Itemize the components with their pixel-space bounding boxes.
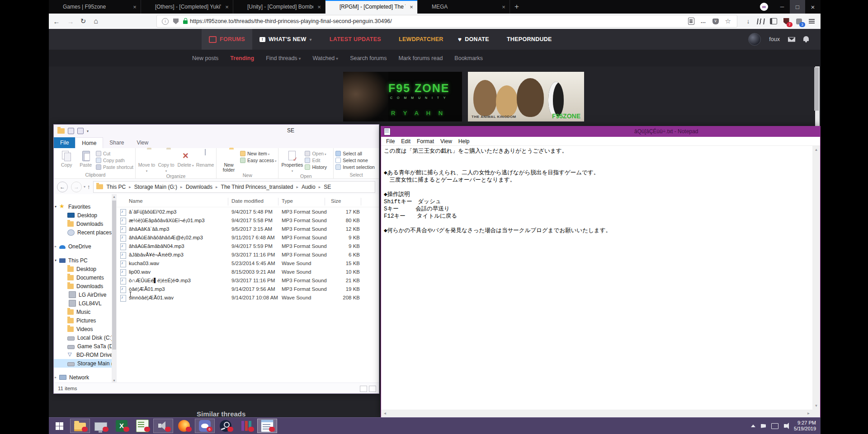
breadcrumb-item[interactable]: Storage Main (G:) bbox=[134, 184, 186, 190]
invert-selection-button[interactable]: Invert selection bbox=[335, 164, 375, 170]
subnav-link[interactable]: Trending bbox=[230, 55, 254, 61]
breadcrumb-item[interactable]: Downloads bbox=[186, 184, 221, 190]
avatar[interactable] bbox=[748, 33, 761, 46]
subnav-link[interactable]: Watched bbox=[312, 55, 338, 61]
hamburger-menu-icon[interactable] bbox=[805, 15, 818, 28]
menu-item[interactable]: View bbox=[437, 138, 455, 145]
reload-button[interactable] bbox=[77, 17, 90, 25]
forward-button[interactable] bbox=[64, 18, 77, 25]
username[interactable]: foux bbox=[769, 36, 780, 42]
banner-animal-kingdom[interactable]: THE ANIMAL KINGDOM F95ZONE bbox=[468, 72, 584, 121]
move-to-button[interactable]: Move to bbox=[137, 149, 156, 173]
ribbon-tab[interactable]: Home bbox=[75, 137, 103, 148]
forum-nav-item[interactable]: LATEST UPDATES bbox=[319, 29, 388, 50]
taskbar-app-button[interactable] bbox=[70, 419, 90, 433]
home-button[interactable] bbox=[90, 17, 102, 25]
notepad-text-area[interactable]: この度は「第三王女の戯れ」をご購入いただきありがとうございます。 ◆ある青年が館… bbox=[381, 146, 812, 410]
close-icon[interactable] bbox=[224, 4, 230, 10]
sidebar-tree-item[interactable]: Downloads bbox=[54, 282, 112, 290]
breadcrumb[interactable]: This PCStorage Main (G:)DownloadsThe Thi… bbox=[93, 181, 375, 193]
open-button[interactable]: Open bbox=[305, 151, 327, 156]
sidebar-tree-item[interactable]: This PC bbox=[54, 256, 112, 265]
column-header-name[interactable]: Name bbox=[129, 198, 143, 204]
sidebar-tree-item[interactable]: Music bbox=[54, 308, 112, 316]
sidebar-tree-item[interactable]: Favorites bbox=[54, 202, 112, 211]
easy-access-button[interactable]: Easy access bbox=[240, 158, 276, 163]
sidebar-tree-item[interactable]: LG AirDrive bbox=[54, 290, 112, 299]
url-bar[interactable]: https://f95zone.to/threads/the-third-pri… bbox=[156, 15, 737, 28]
taskbar-app-button[interactable] bbox=[153, 419, 173, 433]
subnav-link[interactable]: Find threads bbox=[266, 55, 301, 61]
copy-path-button[interactable]: Copy path bbox=[96, 158, 133, 163]
library-icon[interactable] bbox=[755, 15, 767, 28]
sidebar-tree-item[interactable]: Desktop bbox=[54, 265, 112, 273]
page-info-icon[interactable] bbox=[162, 18, 169, 25]
file-row[interactable]: âJâbâvÅ¥é¬ÅπéΘ.mp3 9/3/2017 11:16 PM MP3… bbox=[117, 251, 379, 260]
action-center-flag-icon[interactable] bbox=[761, 424, 766, 428]
messages-icon[interactable] bbox=[788, 37, 795, 42]
menu-item[interactable]: Help bbox=[455, 138, 473, 145]
subnav-link[interactable]: Bookmarks bbox=[454, 55, 483, 61]
details-view-icon[interactable] bbox=[360, 386, 367, 392]
file-row[interactable]: âhâAâKâ`ââ.mp3 9/5/2017 3:15 AM MP3 Form… bbox=[117, 225, 379, 234]
sidebar-scrollbar[interactable] bbox=[112, 194, 117, 383]
nav-back-button[interactable] bbox=[57, 182, 68, 192]
paste-button[interactable]: Paste bbox=[76, 149, 94, 168]
window-restore-button[interactable] bbox=[790, 0, 805, 14]
close-icon[interactable] bbox=[408, 4, 415, 10]
delete-button[interactable]: Delete bbox=[176, 149, 195, 168]
scrollbar-thumb[interactable] bbox=[112, 201, 116, 350]
column-header-date[interactable]: Date modified bbox=[231, 198, 264, 204]
close-icon[interactable] bbox=[316, 4, 322, 10]
new-item-button[interactable]: New item bbox=[240, 151, 276, 156]
sidebar-tree-item[interactable]: Storage Main (G: bbox=[54, 359, 112, 368]
menu-item[interactable]: Edit bbox=[398, 138, 414, 145]
start-button[interactable] bbox=[49, 418, 70, 434]
reader-mode-icon[interactable] bbox=[688, 18, 694, 25]
file-row[interactable]: âhâAûEâhâôâhâôÆ@é¡02.mp3 9/11/2017 6:48 … bbox=[117, 234, 379, 243]
notifications-bell-icon[interactable] bbox=[803, 36, 809, 42]
select-none-button[interactable]: Select none bbox=[335, 158, 375, 163]
file-row[interactable]: âhâAûEâmâbâN04.mp3 9/4/2017 5:59 PM MP3 … bbox=[117, 243, 379, 251]
sidebar-tree-item[interactable]: Pictures bbox=[54, 316, 112, 325]
sidebar-tree-item[interactable]: Videos bbox=[54, 325, 112, 333]
notepad-horizontal-scrollbar[interactable] bbox=[381, 410, 812, 417]
sidebar-tree-item[interactable] bbox=[54, 237, 112, 242]
taskbar-app-button[interactable] bbox=[91, 419, 111, 433]
edit-button[interactable]: Edit bbox=[305, 158, 327, 163]
url-text[interactable]: https://f95zone.to/threads/the-third-pri… bbox=[190, 18, 685, 24]
browser-tab[interactable]: [RPGM] - [Completed] The Thi bbox=[326, 0, 418, 14]
window-close-button[interactable] bbox=[805, 0, 821, 14]
forum-nav-item[interactable]: LEWDPATCHER bbox=[388, 29, 451, 50]
properties-button[interactable]: Properties bbox=[280, 149, 304, 173]
extension-icon[interactable]: 3 bbox=[793, 15, 805, 28]
quick-access-icon[interactable] bbox=[68, 128, 74, 134]
sidebar-tree-item[interactable]: BD-ROM Drive (F bbox=[54, 350, 112, 359]
subnav-link[interactable]: Mark forums read bbox=[398, 55, 443, 61]
browser-tab[interactable]: MEGA bbox=[418, 0, 510, 14]
select-all-button[interactable]: Select all bbox=[335, 151, 375, 156]
sidebar-tree-item[interactable]: LGL84VL bbox=[54, 299, 112, 308]
scroll-up-icon[interactable] bbox=[112, 194, 117, 200]
scroll-left-icon[interactable] bbox=[381, 410, 389, 417]
sidebar-toggle-icon[interactable] bbox=[767, 15, 780, 28]
menu-item[interactable]: File bbox=[383, 138, 398, 145]
notepad-vertical-scrollbar[interactable] bbox=[812, 146, 820, 410]
browser-tab[interactable]: Games | F95zone bbox=[49, 0, 141, 14]
file-row[interactable]: æ½ë¦ûEâpâôâvâXûEï¬é¡01.mp3 9/4/2017 5:58… bbox=[117, 217, 379, 225]
tracking-shield-icon[interactable] bbox=[173, 19, 179, 24]
taskbar-app-button[interactable] bbox=[236, 419, 256, 433]
file-row[interactable]: òâé¦ÆÃ01.mp3 9/14/2017 9:56 AM MP3 Forma… bbox=[117, 285, 379, 294]
close-icon[interactable] bbox=[132, 4, 138, 10]
page-actions-icon[interactable] bbox=[701, 18, 706, 25]
taskbar-app-button[interactable] bbox=[216, 419, 236, 433]
quick-access-icon[interactable] bbox=[77, 128, 84, 134]
ribbon-tab[interactable]: View bbox=[130, 137, 155, 148]
file-row[interactable]: â`âFü[âôûEï¹02.mp3 9/4/2017 5:48 PM MP3 … bbox=[117, 208, 379, 217]
bookmark-star-icon[interactable] bbox=[725, 17, 731, 25]
menu-item[interactable]: Format bbox=[414, 138, 437, 145]
ribbon-tab[interactable]: File bbox=[54, 137, 75, 148]
browser-tab[interactable]: [Others] - [Completed] Yuki's T bbox=[141, 0, 233, 14]
forum-nav-item[interactable]: DONATE bbox=[451, 29, 496, 50]
file-row[interactable]: lip00.wav 8/15/2003 9:21 AM Wave Sound 1… bbox=[117, 268, 379, 277]
